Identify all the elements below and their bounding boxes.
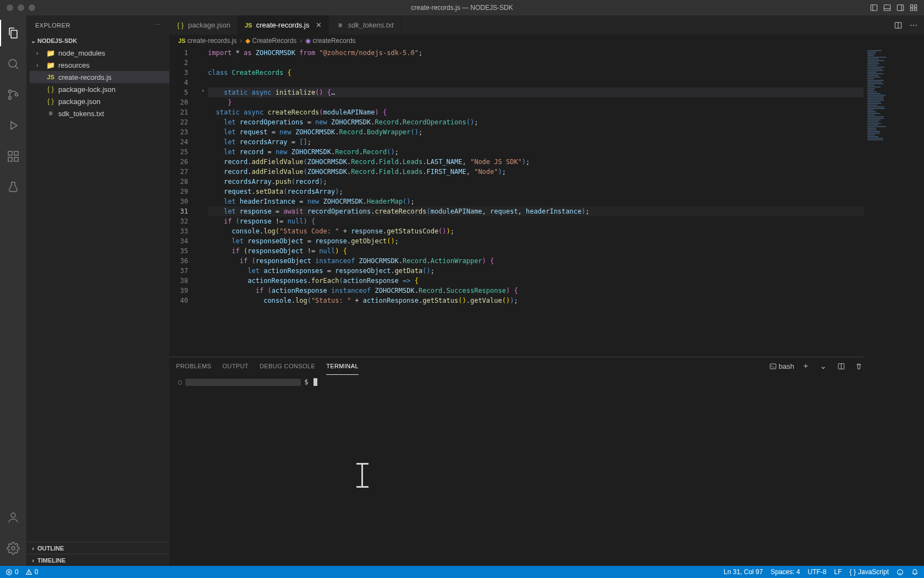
terminal-profile[interactable]: bash [769, 362, 794, 370]
kill-terminal-icon[interactable] [853, 360, 865, 372]
timeline-section[interactable]: › TIMELINE [26, 554, 169, 566]
breadcrumb-label: create-records.js [188, 37, 237, 45]
svg-rect-2 [884, 5, 890, 11]
breadcrumb-item[interactable]: JS create-records.js [178, 37, 237, 45]
fold-column: › [199, 47, 208, 357]
file-item[interactable]: { }package-lock.json [30, 83, 169, 95]
breadcrumbs[interactable]: JS create-records.js›◆ CreateRecords›◉ c… [169, 35, 924, 47]
breadcrumb-item[interactable]: ◆ CreateRecords [245, 37, 296, 45]
breadcrumb-separator-icon: › [240, 37, 242, 45]
run-debug-activity-icon[interactable] [0, 112, 26, 139]
window-controls [0, 4, 35, 11]
svg-rect-0 [871, 5, 877, 11]
maximize-window-button[interactable] [29, 4, 35, 11]
json-file-icon: { } [46, 85, 55, 93]
panel-tab[interactable]: DEBUG CONSOLE [260, 357, 315, 375]
editor-body[interactable]: 1234520212223242526272829303132333435363… [169, 47, 924, 357]
breadcrumb-item[interactable]: ◉ createRecords [305, 37, 355, 45]
more-editor-actions-icon[interactable]: ⋯ [908, 19, 920, 31]
terminal-prompt-line: ○ $ [178, 378, 915, 386]
breadcrumb-label: createRecords [313, 37, 356, 45]
file-item[interactable]: ›📁resources [30, 59, 169, 71]
testing-activity-icon[interactable] [0, 174, 26, 200]
explorer-activity-icon[interactable] [0, 20, 26, 46]
status-encoding[interactable]: UTF-8 [808, 568, 827, 576]
file-item[interactable]: ≡sdk_tokens.txt [30, 107, 169, 119]
search-activity-icon[interactable] [0, 51, 26, 77]
minimize-window-button[interactable] [18, 4, 24, 11]
file-item[interactable]: ›📁node_modules [30, 47, 169, 59]
terminal-cursor [314, 378, 317, 386]
svg-rect-19 [14, 151, 18, 155]
svg-point-21 [12, 547, 15, 550]
layout-primary-icon[interactable] [868, 2, 880, 14]
chevron-right-icon: › [36, 62, 43, 68]
terminal-prompt-symbol: $ [304, 378, 308, 386]
tab-label: create-records.js [256, 21, 310, 29]
status-indentation[interactable]: Spaces: 4 [771, 568, 800, 576]
close-tab-icon[interactable]: ✕ [316, 21, 322, 29]
fold-marker-icon[interactable]: › [199, 88, 207, 94]
tab-label: package.json [188, 21, 230, 29]
file-label: package.json [58, 97, 101, 106]
svg-rect-8 [910, 8, 912, 10]
source-control-activity-icon[interactable] [0, 81, 26, 108]
status-cursor-position[interactable]: Ln 31, Col 97 [724, 568, 763, 576]
js-file-icon: JS [244, 22, 253, 29]
status-errors[interactable]: 0 [6, 568, 19, 576]
prompt-bullet-icon: ○ [178, 378, 182, 386]
outline-section[interactable]: › OUTLINE [26, 542, 169, 554]
close-window-button[interactable] [7, 4, 13, 11]
js-file-icon: JS [46, 74, 55, 80]
outline-label: OUTLINE [37, 545, 64, 552]
accounts-activity-icon[interactable] [0, 504, 26, 531]
minimap[interactable] [864, 47, 924, 566]
breadcrumb-label: CreateRecords [252, 37, 297, 45]
layout-panel-icon[interactable] [881, 2, 893, 14]
file-label: sdk_tokens.txt [58, 110, 104, 118]
layout-secondary-icon[interactable] [894, 2, 906, 14]
svg-point-10 [9, 59, 16, 67]
status-language[interactable]: { } JavaScript [850, 568, 889, 576]
editor-tab[interactable]: { }package.json [169, 15, 238, 35]
text-file-icon: ≡ [46, 110, 55, 117]
titlebar: create-records.js — NODEJS-SDK [0, 0, 924, 15]
status-eol[interactable]: LF [834, 568, 842, 576]
file-item[interactable]: { }package.json [30, 95, 169, 107]
panel-tab[interactable]: PROBLEMS [176, 357, 211, 375]
editor-tab[interactable]: ≡sdk_tokens.txt [329, 15, 400, 35]
chevron-right-icon: › [29, 557, 37, 564]
terminal-dropdown-icon[interactable]: ⌄ [817, 360, 829, 372]
svg-point-14 [15, 94, 18, 96]
line-number-gutter: 1234520212223242526272829303132333435363… [169, 47, 199, 357]
sidebar: EXPLORER ⋯ ⌄ NODEJS-SDK ›📁node_modules›📁… [26, 15, 169, 566]
file-label: package-lock.json [58, 85, 116, 94]
new-terminal-icon[interactable]: ＋ [800, 360, 812, 372]
code-content[interactable]: import * as ZOHOCRMSDK from "@zohocrm/no… [208, 47, 924, 357]
status-warnings[interactable]: 0 [25, 568, 38, 576]
breadcrumb-separator-icon: › [300, 37, 302, 45]
svg-rect-4 [897, 5, 903, 11]
svg-point-12 [9, 90, 12, 93]
status-notifications-icon[interactable] [911, 569, 919, 576]
terminal-shell-label: bash [779, 362, 794, 370]
svg-point-32 [29, 573, 29, 574]
timeline-label: TIMELINE [37, 557, 65, 564]
customize-layout-icon[interactable] [908, 2, 920, 14]
extensions-activity-icon[interactable] [0, 143, 26, 170]
svg-rect-7 [914, 5, 916, 7]
svg-rect-16 [8, 151, 12, 155]
svg-point-13 [9, 97, 12, 100]
svg-marker-15 [11, 122, 17, 129]
terminal-body[interactable]: ○ $ [169, 375, 924, 566]
panel-tab[interactable]: OUTPUT [222, 357, 249, 375]
editor-tab[interactable]: JScreate-records.js✕ [238, 15, 329, 35]
status-feedback-icon[interactable] [897, 569, 904, 576]
sidebar-more-icon[interactable]: ⋯ [155, 21, 161, 29]
panel-tab[interactable]: TERMINAL [326, 357, 359, 375]
project-header[interactable]: ⌄ NODEJS-SDK [26, 35, 169, 47]
split-terminal-icon[interactable] [835, 360, 847, 372]
split-editor-icon[interactable] [892, 19, 904, 31]
file-item[interactable]: JScreate-records.js [30, 71, 169, 83]
settings-activity-icon[interactable] [0, 535, 26, 561]
